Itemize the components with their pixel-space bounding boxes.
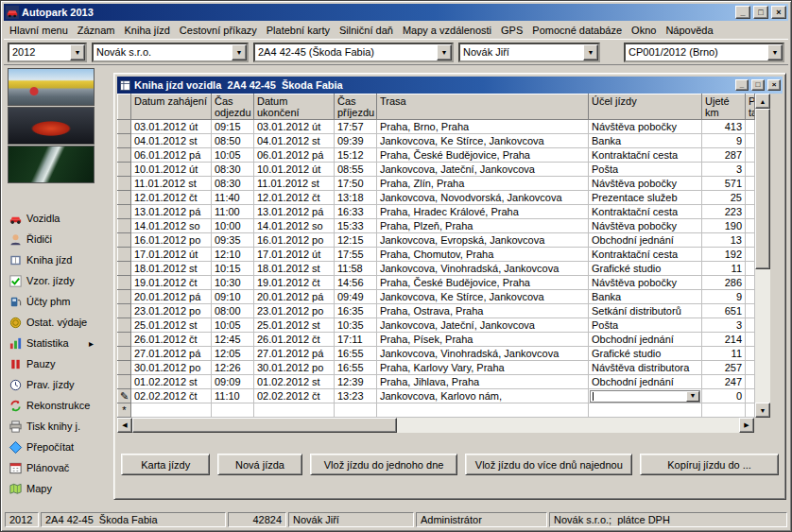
cell-departure-time[interactable]: 08:00 xyxy=(212,304,254,318)
cell-odometer-start[interactable] xyxy=(746,333,755,347)
cell-route[interactable]: Praha, Brno, Praha xyxy=(377,120,589,134)
cell-distance-km[interactable] xyxy=(702,403,746,418)
cell-start-date[interactable]: 17.01.2012 út xyxy=(131,248,212,262)
cell-end-date[interactable]: 11.01.2012 st xyxy=(254,177,335,191)
cell-odometer-start[interactable] xyxy=(746,389,755,403)
cell-end-date[interactable]: 27.01.2012 pá xyxy=(254,347,335,361)
menu-item-zaznam[interactable]: Záznam xyxy=(73,23,120,38)
cell-departure-time[interactable]: 10:05 xyxy=(212,318,254,333)
cell-end-date[interactable]: 04.01.2012 st xyxy=(254,134,335,148)
cell-start-date[interactable]: 04.01.2012 st xyxy=(131,134,212,148)
doc-minimize-button[interactable]: _ xyxy=(735,79,749,91)
cell-purpose[interactable]: Banka xyxy=(589,290,702,304)
menu-item-gps[interactable]: GPS xyxy=(496,23,527,38)
menu-item-cestovni-prikazy[interactable]: Cestovní příkazy xyxy=(175,23,262,38)
menu-item-mapy-a-vzdalenosti[interactable]: Mapy a vzdálenosti xyxy=(398,23,496,38)
copy-trip-button[interactable]: Kopíruj jízdu do ... xyxy=(640,454,779,475)
cell-odometer-start[interactable] xyxy=(746,262,755,276)
cell-arrival-time[interactable]: 13:18 xyxy=(335,191,377,205)
cell-odometer-start[interactable] xyxy=(746,233,755,248)
cell-end-date[interactable]: 30.01.2012 po xyxy=(254,361,335,375)
cell-departure-time[interactable]: 08:30 xyxy=(212,177,254,191)
sidebar-item-tisk-knihy[interactable]: Tisk knihy j. xyxy=(7,416,95,437)
travel-order-select-combo[interactable]: CP001/2012 (Brno) ▼ xyxy=(624,43,784,62)
cell-start-date[interactable]: 26.01.2012 čt xyxy=(131,333,212,347)
cell-odometer-start[interactable] xyxy=(746,148,755,163)
doc-maximize-button[interactable]: □ xyxy=(751,79,765,91)
cell-distance-km[interactable]: 190 xyxy=(702,219,746,233)
cell-distance-km[interactable]: 192 xyxy=(702,248,746,262)
cell-departure-time[interactable]: 11:10 xyxy=(212,389,254,403)
cell-departure-time[interactable]: 11:40 xyxy=(212,191,254,205)
cell-end-date[interactable]: 03.01.2012 út xyxy=(254,120,335,134)
sidebar-item-ucty-phm[interactable]: Účty phm xyxy=(7,291,95,312)
insert-trip-single-day-button[interactable]: Vlož jízdu do jednoho dne xyxy=(310,454,458,475)
cell-route[interactable]: Jankovcova, Ke Stírce, Jankovcova xyxy=(377,290,589,304)
app-titlebar[interactable]: Autopark 2013 _ □ × xyxy=(4,4,788,21)
cell-odometer-start[interactable] xyxy=(746,318,755,333)
cell-arrival-time[interactable]: 16:35 xyxy=(335,304,377,318)
table-row[interactable]: 18.01.2012 st 10:15 18.01.2012 st 11:58 … xyxy=(118,262,755,276)
dropdown-arrow-icon[interactable]: ▼ xyxy=(437,44,452,60)
new-trip-button[interactable]: Nová jízda xyxy=(217,454,301,475)
cell-odometer-start[interactable] xyxy=(746,191,755,205)
vscroll-thumb[interactable] xyxy=(755,109,770,269)
cell-start-date[interactable]: 13.01.2012 pá xyxy=(131,205,212,219)
row-selector[interactable] xyxy=(118,248,131,262)
row-selector[interactable] xyxy=(118,375,131,389)
cell-departure-time[interactable]: 10:05 xyxy=(212,148,254,163)
cell-end-date[interactable]: 17.01.2012 út xyxy=(254,248,335,262)
cell-purpose[interactable]: Kontraktační cesta xyxy=(589,148,702,163)
vscroll-track[interactable] xyxy=(755,109,770,403)
cell-route[interactable]: Praha, České Budějovice, Praha xyxy=(377,276,589,290)
cell-purpose[interactable]: Návštěva pobočky xyxy=(589,219,702,233)
cell-end-date[interactable]: 01.02.2012 st xyxy=(254,375,335,389)
cell-arrival-time[interactable]: 16:55 xyxy=(335,361,377,375)
cell-odometer-start[interactable] xyxy=(746,403,755,418)
cell-odometer-start[interactable] xyxy=(746,347,755,361)
dropdown-arrow-icon[interactable]: ▼ xyxy=(767,44,783,60)
table-row[interactable]: 17.01.2012 út 12:10 17.01.2012 út 17:55 … xyxy=(118,248,755,262)
cell-route[interactable]: Praha, Hradec Králové, Praha xyxy=(377,205,589,219)
table-row[interactable]: 30.01.2012 po 12:26 30.01.2012 po 16:55 … xyxy=(118,361,755,375)
cell-distance-km[interactable]: 571 xyxy=(702,177,746,191)
cell-start-date[interactable]: 18.01.2012 st xyxy=(131,262,212,276)
cell-arrival-time[interactable]: 09:49 xyxy=(335,290,377,304)
cell-arrival-time[interactable]: 15:12 xyxy=(335,148,377,163)
sidebar-item-ridici[interactable]: Řidiči xyxy=(7,229,95,249)
cell-departure-time[interactable]: 12:05 xyxy=(212,347,254,361)
cell-purpose[interactable]: Návštěva pobočky xyxy=(589,120,702,134)
cell-arrival-time[interactable]: 14:56 xyxy=(335,276,377,290)
cell-departure-time[interactable]: 12:10 xyxy=(212,248,254,262)
cell-odometer-start[interactable] xyxy=(746,361,755,375)
column-header-end-date[interactable]: Datum ukončení xyxy=(254,94,335,120)
table-row[interactable]: 26.01.2012 čt 12:45 26.01.2012 čt 17:11 … xyxy=(118,333,755,347)
cell-end-date[interactable]: 02.02.2012 čt xyxy=(254,389,335,403)
cell-odometer-start[interactable] xyxy=(746,163,755,177)
logbook-window-titlebar[interactable]: Kniha jízd vozidla 2A4 42-45 Škoda Fabia… xyxy=(117,77,783,94)
cell-start-date[interactable]: 30.01.2012 po xyxy=(131,361,212,375)
cell-distance-km[interactable]: 247 xyxy=(702,375,746,389)
row-selector[interactable] xyxy=(118,134,131,148)
company-select-combo[interactable]: Novák s.r.o. ▼ xyxy=(92,43,249,62)
sidebar-item-pauzy[interactable]: Pauzy xyxy=(7,353,95,374)
cell-arrival-time[interactable]: 12:39 xyxy=(335,375,377,389)
cell-start-date[interactable]: 19.01.2012 čt xyxy=(131,276,212,290)
sidebar-item-vozidla[interactable]: Vozidla xyxy=(7,208,95,229)
row-selector[interactable] xyxy=(118,163,131,177)
cell-arrival-time[interactable]: 10:35 xyxy=(335,318,377,333)
cell-start-date[interactable]: 27.01.2012 pá xyxy=(131,347,212,361)
cell-route[interactable]: Praha, Plzeň, Praha xyxy=(377,219,589,233)
cell-odometer-start[interactable] xyxy=(746,375,755,389)
cell-purpose[interactable]: Banka xyxy=(589,134,702,148)
row-selector[interactable]: * xyxy=(118,403,131,418)
cell-distance-km[interactable]: 257 xyxy=(702,361,746,375)
doc-close-button[interactable]: × xyxy=(767,79,781,91)
menu-item-pomocne-databaze[interactable]: Pomocné databáze xyxy=(527,23,627,38)
cell-arrival-time[interactable]: 17:50 xyxy=(335,177,377,191)
cell-departure-time[interactable]: 08:50 xyxy=(212,134,254,148)
cell-arrival-time[interactable]: 17:11 xyxy=(335,333,377,347)
row-selector[interactable]: ✎ xyxy=(118,389,131,403)
cell-end-date[interactable]: 12.01.2012 čt xyxy=(254,191,335,205)
cell-end-date[interactable]: 06.01.2012 pá xyxy=(254,148,335,163)
